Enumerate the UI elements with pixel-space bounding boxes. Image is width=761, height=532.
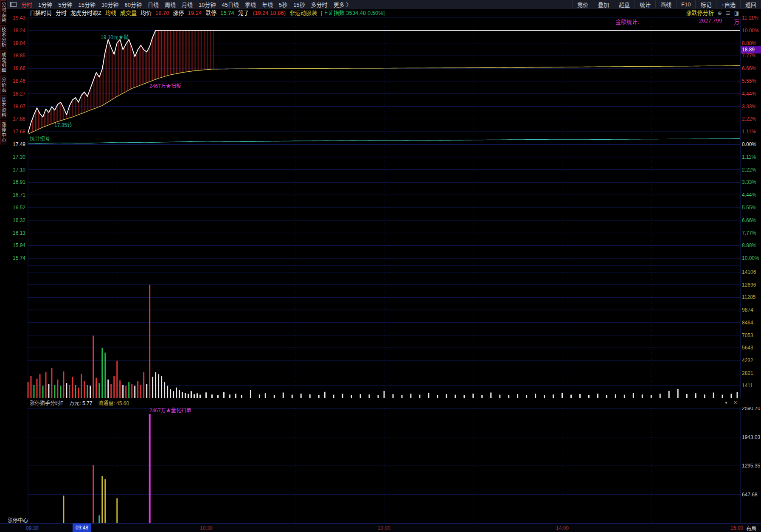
axis-label: 16.32 <box>1 218 25 223</box>
axis-label: 5.55% <box>742 79 756 84</box>
axis-label: 1411 <box>742 383 753 388</box>
axis-label: 6.66% <box>742 66 756 71</box>
axis-label: 17.30 <box>1 155 25 160</box>
axis-label: 15.94 <box>1 243 25 248</box>
time-label-15:00: 15:00 <box>730 525 743 531</box>
indicator-panel-header: 涨停猎手分时F 万元: 5.77 流通盘: 45.60 ▾ ✕ <box>7 398 761 407</box>
axis-label: 2.22% <box>742 116 756 121</box>
sidebar-tab-分时走势[interactable]: 分时走势 <box>0 0 6 24</box>
axis-label: 16.91 <box>1 180 25 185</box>
axis-label: 1295.35 <box>742 463 760 468</box>
time-label-14:00: 14:00 <box>556 525 569 531</box>
chart-annotation: 17.85转 <box>54 121 72 128</box>
time-axis-bar: 09:48 09:3010:3013:0014:0015:00 <box>0 523 761 532</box>
axis-label: 3.33% <box>742 104 756 109</box>
axis-label: 11.11% <box>742 15 758 20</box>
highlighted-time-label: 09:48 <box>73 524 91 532</box>
axis-label: 3.33% <box>742 180 756 185</box>
indicator-title: 涨停猎手分时F <box>30 399 63 406</box>
axis-label: 1.11% <box>742 155 756 160</box>
chart-annotation: 统计扭号 <box>30 135 50 142</box>
bottom-left-pane-label[interactable]: 涨停中心 <box>8 516 28 524</box>
amount-statistic: 金额统计: 2627.799 万 <box>615 17 739 25</box>
axis-label: 10.00% <box>742 256 759 261</box>
chart-annotation: 2467万★扫板 <box>149 82 181 89</box>
axis-label: 16.71 <box>1 192 25 197</box>
time-label-13:00: 13:00 <box>378 525 390 531</box>
axis-label: 1.11% <box>742 129 756 134</box>
axis-label: 8.88% <box>742 41 756 46</box>
axis-label: 16.52 <box>1 205 25 210</box>
axis-label: 15.74 <box>1 256 25 261</box>
stock-app-window: 分时1分钟5分钟15分钟30分钟60分钟日线周线月线10分钟45日线季线年线5秒… <box>0 0 761 532</box>
axis-label: 2821 <box>742 371 753 376</box>
indicator-field-ltp: 流通盘: 45.60 <box>98 399 129 406</box>
indicator-field-wanyuan: 万元: 5.77 <box>69 399 92 406</box>
axis-label: 2.22% <box>742 167 756 172</box>
axis-label: 9874 <box>742 307 753 312</box>
axis-label: 14106 <box>742 270 756 275</box>
chart-annotation: 19.10元★抛 <box>101 33 129 40</box>
time-label-09:30: 09:30 <box>26 525 39 531</box>
amount-stat-label: 金额统计: <box>615 17 639 25</box>
axis-label: 8.88% <box>742 243 756 248</box>
sidebar-tab-基本资料[interactable]: 基本资料 <box>0 96 6 119</box>
time-label-10:30: 10:30 <box>200 525 213 531</box>
axis-label: 12696 <box>742 282 756 287</box>
axis-label: 7.77% <box>742 53 756 58</box>
axis-label: 647.68 <box>742 492 758 497</box>
axis-label: 5.55% <box>742 205 756 210</box>
axis-label: 16.13 <box>1 231 25 236</box>
axis-label: 4232 <box>742 358 753 363</box>
layout-button[interactable]: 布局 <box>746 525 756 532</box>
sidebar-tab-技术分析[interactable]: 技术分析 <box>0 25 6 49</box>
collapse-panel-icon[interactable]: ▾ <box>725 400 727 405</box>
axis-label: 0.00% <box>742 142 756 147</box>
axis-label: 4.44% <box>742 192 756 197</box>
amount-stat-value: 2627.799 <box>699 17 722 25</box>
axis-label: 5643 <box>742 345 753 350</box>
sidebar-tab-成交明细[interactable]: 成交明细 <box>0 51 6 74</box>
axis-label: 8464 <box>742 320 753 325</box>
amount-stat-unit: 万 <box>734 17 739 25</box>
chart-annotation: 2467万★量化扫单 <box>149 406 191 414</box>
axis-label: 4.44% <box>742 91 756 96</box>
last-price-badge: 18.89 <box>741 46 761 53</box>
sidebar-tab-分价表[interactable]: 分价表 <box>0 76 6 94</box>
axis-label: 7.77% <box>742 231 756 236</box>
axis-label: 6.66% <box>742 218 756 223</box>
sidebar-tab-涨停中心[interactable]: 涨停中心 <box>0 121 6 144</box>
axis-label: 10.00% <box>742 28 759 33</box>
axis-label: 7053 <box>742 333 753 338</box>
close-panel-icon[interactable]: ✕ <box>733 400 737 405</box>
left-sidebar: 分时走势技术分析成交明细分价表基本资料涨停中心 <box>0 0 7 144</box>
intraday-chart[interactable] <box>0 0 761 532</box>
axis-label: 17.10 <box>1 167 25 172</box>
axis-label: 1943.03 <box>742 435 760 440</box>
axis-label: 11285 <box>742 295 755 300</box>
